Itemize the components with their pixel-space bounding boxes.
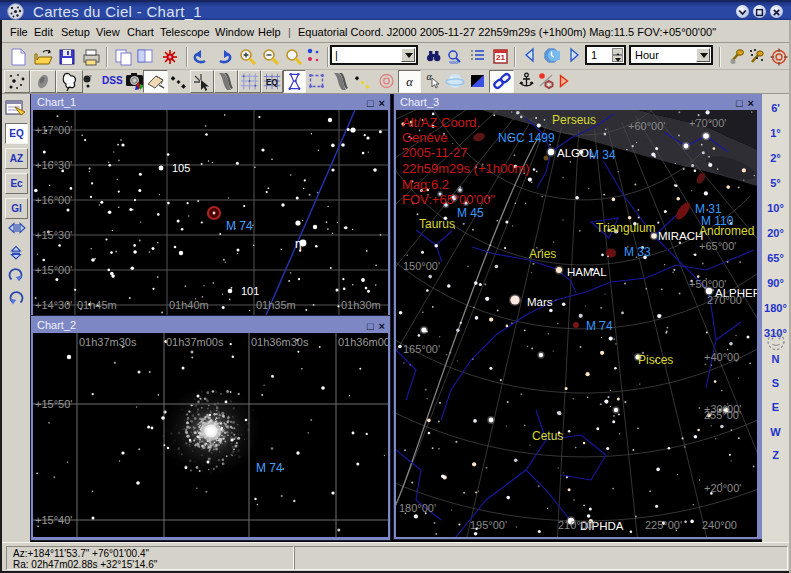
svg-text:M 33: M 33 [624, 245, 651, 259]
svg-text:+15°50': +15°50' [35, 398, 72, 410]
svg-text:180°00': 180°00' [399, 502, 436, 514]
svg-text:2005-11-27: 2005-11-27 [402, 145, 468, 160]
svg-text:01h30m: 01h30m [341, 299, 381, 311]
svg-text:01h40m: 01h40m [169, 299, 209, 311]
svg-text:105: 105 [172, 162, 190, 174]
svg-text:01h35m: 01h35m [256, 299, 296, 311]
svg-text:Taurus: Taurus [419, 217, 455, 231]
svg-text:Alt/AZ Coord.: Alt/AZ Coord. [402, 115, 480, 130]
svg-text:+16°00': +16°00' [35, 194, 72, 206]
svg-text:195°00': 195°00' [470, 519, 507, 531]
svg-text:225°00': 225°00' [645, 519, 682, 531]
svg-text:M 45: M 45 [457, 206, 484, 220]
svg-text:+15°00': +15°00' [35, 264, 72, 276]
svg-text:01h37m30s: 01h37m30s [79, 336, 137, 348]
svg-text:Aries: Aries [529, 247, 556, 261]
svg-text:22h59m29s (+1h00m): 22h59m29s (+1h00m) [402, 161, 530, 176]
svg-text:+14°30': +14°30' [35, 299, 72, 311]
svg-text:+40°00: +40°00 [704, 351, 739, 363]
svg-text:+65°00': +65°00' [699, 240, 736, 252]
svg-text:+15°40': +15°40' [35, 514, 72, 526]
svg-text:HAMAL: HAMAL [567, 266, 607, 278]
svg-text:210°00': 210°00' [558, 519, 595, 531]
svg-text:α: α [426, 71, 432, 82]
svg-text:Mag:6.2: Mag:6.2 [402, 177, 449, 192]
svg-text:+60°00': +60°00' [628, 120, 665, 132]
svg-text:Triangulum: Triangulum [596, 221, 656, 235]
svg-text:Cetus: Cetus [532, 429, 563, 443]
svg-text:M 74: M 74 [256, 461, 283, 475]
svg-text:01h37m00s: 01h37m00s [166, 336, 224, 348]
svg-text:+17°00': +17°00' [35, 124, 72, 136]
svg-text:M 74: M 74 [226, 219, 253, 233]
svg-text:MIRACH: MIRACH [658, 230, 703, 242]
svg-text:01h36m00s: 01h36m00s [338, 336, 388, 348]
svg-text:EQ: EQ [266, 78, 278, 87]
svg-text:270°00': 270°00' [707, 294, 744, 306]
svg-text:150°00': 150°00' [403, 260, 440, 272]
svg-text:101: 101 [241, 285, 259, 297]
svg-text:M 74: M 74 [586, 319, 613, 333]
svg-text:M 110: M 110 [701, 214, 734, 228]
svg-text:M 34: M 34 [589, 148, 616, 162]
svg-text:165°00': 165°00' [403, 343, 440, 355]
svg-text:21: 21 [496, 53, 505, 62]
svg-text:01h45m: 01h45m [77, 299, 117, 311]
svg-text:+50°00': +50°00' [689, 278, 726, 290]
svg-text:Mars: Mars [527, 296, 553, 308]
svg-text:01h36m30s: 01h36m30s [251, 336, 309, 348]
svg-text:+20°00': +20°00' [704, 482, 741, 494]
svg-text:η: η [295, 237, 302, 251]
svg-text:α: α [406, 75, 413, 89]
svg-text:Perseus: Perseus [552, 113, 596, 127]
svg-text:240°00: 240°00 [702, 519, 737, 531]
svg-text:FOV:+65°00'00": FOV:+65°00'00" [402, 192, 496, 207]
svg-text:+15°30': +15°30' [35, 229, 72, 241]
svg-text:+30°00': +30°00' [704, 403, 741, 415]
svg-text:NGC 1499: NGC 1499 [498, 131, 555, 145]
svg-text:+16°30': +16°30' [35, 159, 72, 171]
svg-text:+70°00': +70°00' [689, 117, 726, 129]
svg-text:Genève: Genève [402, 130, 448, 145]
svg-text:Pisces: Pisces [638, 353, 673, 367]
